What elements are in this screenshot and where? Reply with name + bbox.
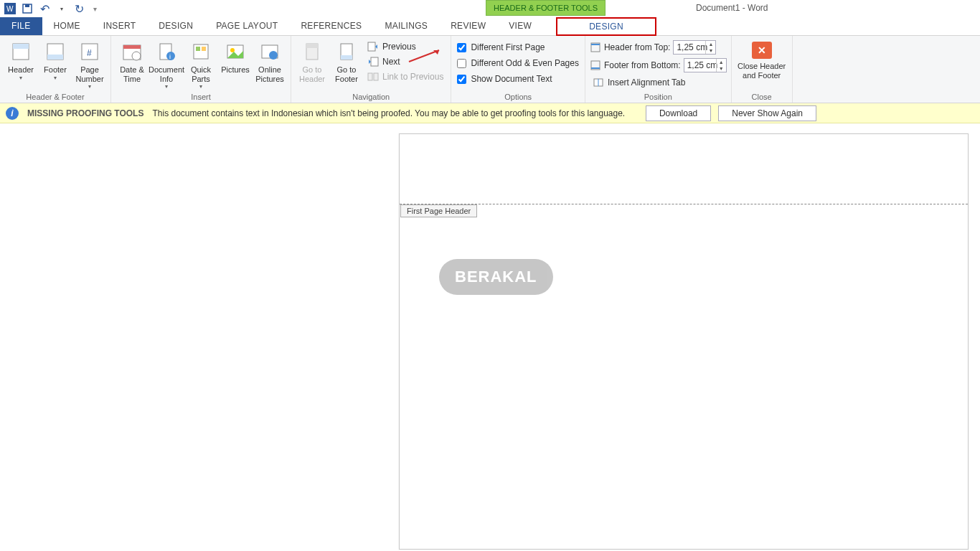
date-time-label: Date & Time — [117, 65, 147, 83]
different-odd-even-checkbox[interactable]: Different Odd & Even Pages — [456, 57, 580, 69]
close-label: Close Header and Footer — [738, 62, 786, 80]
goto-footer-button[interactable]: Go to Footer — [330, 39, 363, 85]
never-show-button[interactable]: Never Show Again — [718, 105, 816, 121]
ribbon: Header▾ Footer▾ # Page Number▾ Header & … — [0, 36, 980, 103]
word-icon: W — [4, 3, 16, 14]
spin-down-icon[interactable]: ▼ — [717, 65, 726, 72]
pictures-button[interactable]: Pictures — [219, 39, 252, 76]
header-region[interactable] — [400, 134, 968, 204]
svg-point-14 — [166, 52, 175, 60]
msgbar-title: MISSING PROOFING TOOLS — [27, 108, 143, 118]
bottom-value: 1,25 cm — [687, 60, 718, 70]
svg-rect-27 — [368, 42, 375, 51]
doc-info-label: Document Info — [149, 65, 184, 83]
document-title: Document1 - Word — [696, 3, 768, 13]
different-first-page-checkbox[interactable]: Different First Page — [456, 42, 580, 53]
group-close: ✕ Close Header and Footer Close — [732, 36, 793, 103]
next-label: Next — [382, 57, 400, 67]
spin-down-icon[interactable]: ▼ — [706, 47, 715, 54]
link-label: Link to Previous — [382, 72, 443, 82]
undo-caret-icon[interactable]: ▾ — [56, 3, 67, 14]
group-options: Different First Page Different Odd & Eve… — [451, 36, 585, 103]
online-pictures-button[interactable]: Online Pictures — [253, 39, 286, 85]
tab-view[interactable]: VIEW — [497, 17, 543, 35]
tab-mailings[interactable]: MAILINGS — [373, 17, 439, 35]
download-button[interactable]: Download — [646, 105, 711, 121]
goto-footer-icon — [335, 40, 358, 63]
undo-icon[interactable]: ↶ — [39, 3, 50, 14]
workspace: First Page Header BERAKAL — [0, 123, 980, 551]
header-top-spinner[interactable]: 1,25 cm▲▼ — [673, 40, 716, 55]
quick-parts-label: Quick Parts — [186, 65, 216, 83]
quick-parts-icon — [189, 40, 212, 63]
group-label-options: Options — [456, 91, 580, 101]
diff-odd-input[interactable] — [457, 59, 466, 68]
quick-access-toolbar: W ↶ ▾ ↻ ▾ — [0, 3, 97, 14]
group-insert: Date & Time i Document Info▾ Quick Parts… — [111, 36, 291, 103]
svg-rect-7 — [47, 55, 63, 60]
next-button[interactable]: Next — [364, 55, 446, 68]
date-time-button[interactable]: Date & Time — [116, 39, 149, 85]
info-icon: i — [6, 107, 19, 120]
show-document-text-checkbox[interactable]: Show Document Text — [456, 73, 580, 85]
svg-rect-26 — [341, 55, 352, 60]
top-value: 1,25 cm — [677, 42, 707, 52]
tab-references[interactable]: REFERENCES — [289, 17, 373, 35]
insert-alignment-tab-button[interactable]: Insert Alignment Tab — [590, 76, 727, 89]
svg-rect-32 — [374, 73, 378, 80]
footer-button[interactable]: Footer▾ — [39, 39, 72, 83]
page-number-button[interactable]: # Page Number▾ — [73, 39, 106, 91]
align-tab-icon — [593, 77, 604, 88]
group-label-navigation: Navigation — [296, 91, 446, 101]
document-info-button[interactable]: i Document Info▾ — [150, 39, 183, 91]
page-number-icon: # — [78, 40, 101, 63]
previous-label: Previous — [382, 42, 416, 52]
online-pictures-icon — [258, 40, 281, 63]
group-header-footer: Header▾ Footer▾ # Page Number▾ Header & … — [0, 36, 111, 103]
next-icon — [367, 56, 379, 67]
svg-rect-31 — [368, 73, 372, 80]
align-tab-label: Insert Alignment Tab — [608, 77, 686, 88]
svg-rect-11 — [123, 45, 141, 49]
group-position: Header from Top: 1,25 cm▲▼ Footer from B… — [585, 36, 732, 103]
pictures-label: Pictures — [221, 65, 250, 75]
svg-rect-5 — [13, 44, 29, 49]
header-top-icon — [590, 42, 601, 53]
tab-page-layout[interactable]: PAGE LAYOUT — [204, 17, 289, 35]
svg-point-12 — [132, 52, 141, 60]
previous-icon — [367, 41, 379, 52]
redo-icon[interactable]: ↻ — [73, 3, 85, 14]
tab-design[interactable]: DESIGN — [147, 17, 204, 35]
tab-review[interactable]: REVIEW — [439, 17, 497, 35]
svg-point-22 — [269, 51, 278, 60]
goto-header-button: Go to Header — [296, 39, 329, 85]
tab-insert[interactable]: INSERT — [92, 17, 148, 35]
document-page[interactable]: First Page Header BERAKAL — [399, 133, 969, 550]
group-label-position: Position — [590, 91, 727, 101]
footer-bottom-spinner[interactable]: 1,25 cm▲▼ — [684, 58, 727, 72]
message-bar: i MISSING PROOFING TOOLS This document c… — [0, 103, 980, 123]
goto-header-label: Go to Header — [297, 65, 327, 83]
goto-header-icon — [301, 40, 324, 63]
msgbar-text: This document contains text in Indonesia… — [152, 108, 625, 118]
footer-label: Footer — [44, 65, 67, 75]
diff-odd-label: Different Odd & Even Pages — [471, 58, 579, 68]
tab-file[interactable]: FILE — [0, 17, 42, 35]
spin-up-icon[interactable]: ▲ — [717, 59, 726, 65]
svg-rect-3 — [25, 4, 29, 7]
quick-parts-button[interactable]: Quick Parts▾ — [184, 39, 217, 91]
qat-customize-icon[interactable]: ▾ — [93, 5, 97, 13]
footer-bottom-icon — [590, 60, 601, 71]
spin-up-icon[interactable]: ▲ — [706, 41, 715, 47]
svg-text:W: W — [6, 5, 14, 13]
show-doc-input[interactable] — [457, 75, 466, 84]
svg-rect-18 — [202, 47, 206, 51]
save-icon[interactable] — [22, 3, 33, 14]
close-header-footer-button[interactable]: ✕ Close Header and Footer — [736, 39, 788, 81]
tab-hf-design[interactable]: DESIGN — [556, 17, 656, 36]
tab-home[interactable]: HOME — [42, 17, 92, 35]
diff-first-input[interactable] — [457, 43, 466, 52]
header-button[interactable]: Header▾ — [4, 39, 37, 83]
group-navigation: Go to Header Go to Footer Previous Next … — [291, 36, 451, 103]
previous-button[interactable]: Previous — [364, 40, 446, 53]
